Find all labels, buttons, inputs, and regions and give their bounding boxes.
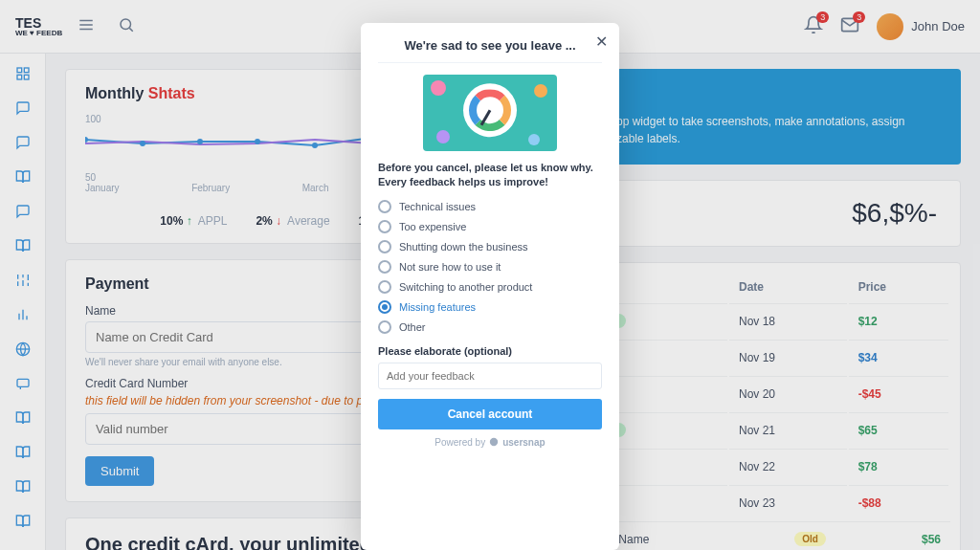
- radio-icon: [378, 200, 391, 213]
- svg-point-28: [490, 438, 498, 446]
- reason-option[interactable]: Other: [378, 320, 602, 334]
- cancel-modal: ✕ We're sad to see you leave ... Before …: [361, 23, 619, 550]
- reason-label: Technical issues: [399, 201, 476, 212]
- radio-icon: [378, 320, 391, 334]
- reason-label: Not sure how to use it: [399, 261, 501, 273]
- reason-label: Switching to another product: [399, 281, 532, 293]
- modal-overlay[interactable]: ✕ We're sad to see you leave ... Before …: [0, 0, 980, 550]
- reason-label: Shutting down the business: [399, 241, 528, 253]
- reason-label: Other: [399, 321, 426, 333]
- reason-option[interactable]: Switching to another product: [378, 280, 602, 294]
- reason-list: Technical issuesToo expensiveShutting do…: [378, 200, 602, 334]
- modal-title: We're sad to see you leave ...: [378, 38, 602, 63]
- radio-icon: [378, 300, 391, 314]
- reason-option[interactable]: Not sure how to use it: [378, 260, 602, 274]
- elaborate-input[interactable]: [378, 363, 602, 389]
- reason-option[interactable]: Missing features: [378, 300, 602, 314]
- radio-icon: [378, 240, 391, 253]
- reason-option[interactable]: Technical issues: [378, 200, 602, 213]
- modal-subtitle: Before you cancel, please let us know wh…: [378, 161, 602, 190]
- powered-by: Powered by usersnap: [378, 437, 602, 448]
- reason-label: Missing features: [399, 301, 476, 313]
- reason-option[interactable]: Shutting down the business: [378, 240, 602, 253]
- usersnap-icon: [489, 437, 499, 447]
- elaborate-label: Please elaborate (optional): [378, 345, 602, 357]
- radio-icon: [378, 280, 391, 294]
- modal-illustration: [423, 75, 557, 151]
- radio-icon: [378, 260, 391, 274]
- reason-label: Too expensive: [399, 221, 466, 232]
- radio-icon: [378, 220, 391, 233]
- cancel-account-button[interactable]: Cancel account: [378, 399, 602, 429]
- reason-option[interactable]: Too expensive: [378, 220, 602, 233]
- close-icon[interactable]: ✕: [595, 33, 608, 51]
